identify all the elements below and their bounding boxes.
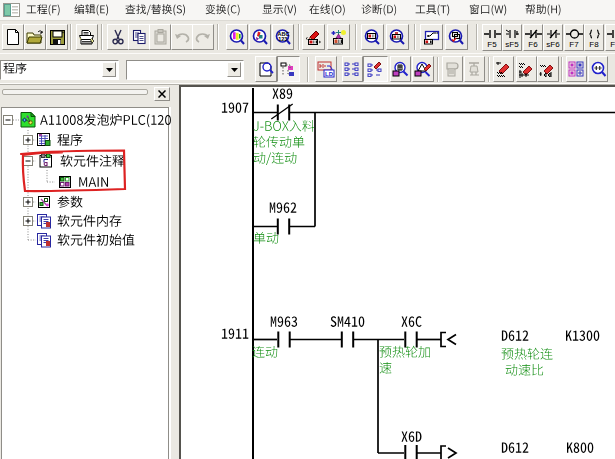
svg-text:123: 123: [278, 35, 287, 41]
svg-text:LD: LD: [325, 71, 334, 77]
